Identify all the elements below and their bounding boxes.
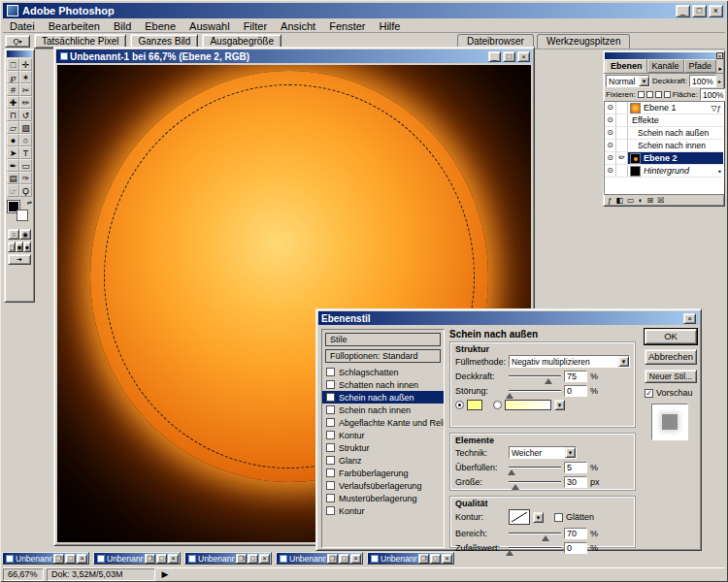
- layer-row-inner-glow[interactable]: ⊙ Schein nach innen: [605, 140, 723, 152]
- blend-options-box[interactable]: Fülloptionen: Standard: [325, 349, 441, 363]
- new-layer-icon[interactable]: ⊞: [646, 196, 653, 205]
- lasso-tool[interactable]: ℘: [7, 71, 19, 83]
- effect-checkbox[interactable]: [326, 405, 335, 414]
- menu-item[interactable]: Ansicht: [274, 19, 322, 33]
- doc-maximize-button[interactable]: □: [503, 51, 515, 62]
- opacity-value[interactable]: 100%: [689, 75, 716, 87]
- effect-checkbox[interactable]: [326, 431, 335, 439]
- palette-title-bar[interactable]: ×: [605, 52, 723, 59]
- effect-item[interactable]: ✓ Schein nach außen: [322, 391, 444, 404]
- layer-row-outer-glow[interactable]: ⊙ Schein nach außen: [605, 127, 723, 140]
- zoom-level-field[interactable]: 66,67%: [3, 568, 44, 581]
- standard-screen-button[interactable]: ▢: [8, 242, 16, 252]
- path-selection-tool[interactable]: ➤: [7, 146, 19, 159]
- visibility-eye-icon[interactable]: ⊙: [605, 152, 616, 165]
- range-slider[interactable]: [509, 529, 561, 538]
- tab-kanaele[interactable]: Kanäle: [647, 59, 684, 73]
- effect-checkbox[interactable]: [326, 506, 335, 515]
- quick-mask-mode-button[interactable]: ◉: [19, 229, 31, 240]
- close-button[interactable]: ×: [259, 554, 270, 564]
- opacity-slider[interactable]: [509, 372, 561, 381]
- add-mask-icon[interactable]: ◧: [615, 196, 623, 205]
- maximize-button[interactable]: □: [156, 554, 167, 564]
- effect-item[interactable]: Schatten nach innen: [322, 378, 444, 391]
- dialog-close-button[interactable]: ×: [683, 313, 696, 324]
- effect-item[interactable]: Abgeflachte Kante und Relief: [322, 416, 444, 429]
- visibility-eye-icon[interactable]: ⊙: [605, 127, 616, 140]
- dialog-title-bar[interactable]: Ebenenstil ×: [318, 311, 699, 325]
- visibility-eye-icon[interactable]: ⊙: [605, 102, 616, 114]
- visibility-eye-icon[interactable]: ⊙: [605, 165, 616, 178]
- menu-item[interactable]: Ebene: [138, 19, 182, 33]
- document-title-bar[interactable]: Unbenannt-1 bei 66,7% (Ebene 2, RGB) _ □…: [56, 49, 532, 63]
- restore-button[interactable]: ❐: [418, 554, 429, 564]
- palette-well-tab[interactable]: Werkzeugspitzen: [537, 34, 631, 48]
- contour-picker-arrow-icon[interactable]: ▾: [533, 512, 544, 523]
- contour-swatch[interactable]: [509, 509, 530, 525]
- rectangular-marquee-tool[interactable]: □: [7, 58, 19, 71]
- chevron-down-icon[interactable]: ▾: [639, 76, 649, 86]
- effect-checkbox[interactable]: ✓: [326, 393, 335, 402]
- maximize-button[interactable]: □: [65, 554, 76, 564]
- delete-layer-icon[interactable]: ☒: [657, 196, 664, 205]
- restore-button[interactable]: ❐: [53, 554, 64, 564]
- opacity-slider-arrow-icon[interactable]: ▸: [718, 78, 721, 84]
- new-style-button[interactable]: Neuer Stil...: [645, 370, 697, 383]
- opacity-input[interactable]: 75: [564, 371, 587, 382]
- restore-button[interactable]: ❐: [145, 554, 155, 564]
- gradient-swatch[interactable]: [505, 400, 551, 410]
- noise-input[interactable]: 0: [564, 385, 587, 397]
- effect-item[interactable]: Verlaufsüberlagerung: [322, 479, 444, 492]
- jump-to-imageready-button[interactable]: ➔: [8, 254, 31, 265]
- menu-item[interactable]: Auswahl: [182, 19, 237, 33]
- layer-thumbnail[interactable]: [630, 103, 641, 113]
- zoom-tool[interactable]: Ϙ: [19, 184, 32, 197]
- maximize-button[interactable]: □: [339, 554, 349, 564]
- eyedropper-tool[interactable]: ✑: [19, 172, 32, 184]
- effect-checkbox[interactable]: [326, 456, 335, 465]
- minimized-document-window[interactable]: Unbenannt... ❐ □ ×: [184, 552, 272, 565]
- gradient-radio[interactable]: [493, 401, 502, 409]
- standard-mode-button[interactable]: ○: [8, 229, 19, 240]
- effect-item[interactable]: Musterüberlagerung: [322, 492, 444, 504]
- gradient-picker-arrow-icon[interactable]: ▾: [554, 400, 565, 410]
- range-input[interactable]: 70: [564, 528, 587, 539]
- hand-tool[interactable]: ☞: [7, 184, 19, 197]
- minimize-button[interactable]: _: [676, 5, 690, 17]
- effect-item[interactable]: Glanz: [322, 454, 444, 467]
- maximize-button[interactable]: □: [430, 554, 441, 564]
- effect-item[interactable]: Farbüberlagerung: [322, 467, 444, 479]
- fullscreen-button[interactable]: ■: [23, 242, 31, 252]
- close-button[interactable]: ×: [350, 554, 361, 564]
- layer-style-indicator[interactable]: ▽ƒ: [711, 104, 723, 113]
- styles-box[interactable]: Stile: [325, 333, 441, 346]
- menu-item[interactable]: Bild: [107, 19, 138, 33]
- noise-slider[interactable]: [509, 386, 561, 396]
- effect-checkbox[interactable]: [326, 418, 335, 427]
- layer-link-column[interactable]: [616, 102, 628, 114]
- blend-mode-select[interactable]: Normal ▾: [606, 75, 650, 87]
- color-radio[interactable]: [455, 401, 464, 409]
- fill-value[interactable]: 100%: [700, 88, 725, 101]
- effect-checkbox[interactable]: [326, 380, 335, 389]
- cancel-button[interactable]: Abbrechen: [645, 349, 697, 365]
- gradient-tool[interactable]: ▧: [19, 121, 32, 134]
- effect-item[interactable]: Struktur: [322, 441, 444, 454]
- shape-tool[interactable]: ▭: [19, 159, 32, 172]
- background-color-swatch[interactable]: [17, 210, 28, 221]
- effect-item[interactable]: Kontur: [322, 504, 444, 517]
- chevron-down-icon[interactable]: ▾: [618, 356, 629, 367]
- minimized-document-window[interactable]: Unbenannt... ❐ □ ×: [93, 552, 181, 565]
- chevron-down-icon[interactable]: ▾: [565, 447, 576, 458]
- type-tool[interactable]: T: [19, 146, 32, 159]
- toolbox-title-bar[interactable]: [7, 50, 32, 57]
- menu-item[interactable]: Bearbeiten: [42, 19, 107, 33]
- swap-colors-icon[interactable]: ⇄: [27, 200, 32, 206]
- layer-row-ebene1[interactable]: ⊙ Ebene 1 ▽ƒ: [605, 102, 723, 114]
- spread-slider[interactable]: [509, 463, 561, 472]
- jitter-input[interactable]: 0: [564, 542, 587, 554]
- tab-ebenen[interactable]: Ebenen: [606, 59, 647, 73]
- dodge-tool[interactable]: ○: [19, 134, 32, 146]
- palette-menu-icon[interactable]: ▸: [718, 65, 722, 73]
- adjustment-layer-icon[interactable]: ◐: [639, 196, 644, 205]
